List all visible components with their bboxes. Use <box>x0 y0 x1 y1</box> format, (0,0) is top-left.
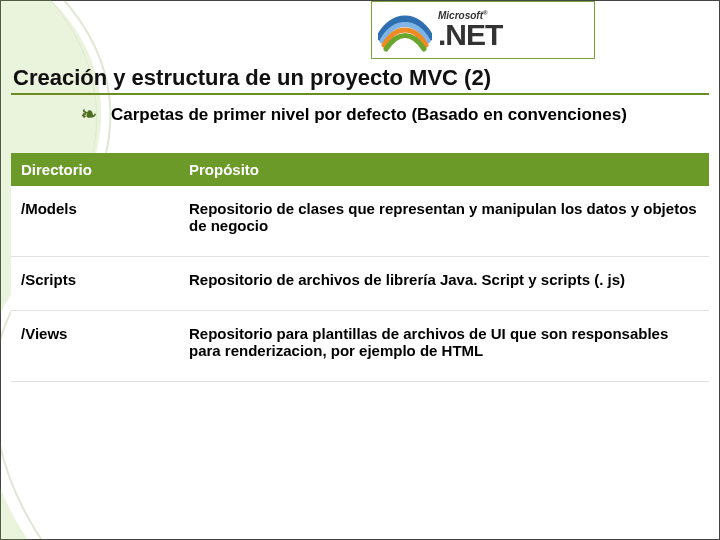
cell-purpose: Repositorio de clases que representan y … <box>179 186 709 257</box>
cell-directory: /Models <box>11 186 179 257</box>
table-row: /Models Repositorio de clases que repres… <box>11 186 709 257</box>
slide-title: Creación y estructura de un proyecto MVC… <box>13 65 491 91</box>
col-header-directory: Directorio <box>11 153 179 186</box>
dotnet-swoosh-icon <box>378 7 432 53</box>
leaf-bullet-icon: ☙ <box>81 104 97 124</box>
table-header-row: Directorio Propósito <box>11 153 709 186</box>
dotnet-logo-text: Microsoft® .NET <box>438 10 502 49</box>
slide: Microsoft® .NET Creación y estructura de… <box>0 0 720 540</box>
col-header-purpose: Propósito <box>179 153 709 186</box>
logo-reg: ® <box>483 10 487 16</box>
logo-product: .NET <box>438 20 502 50</box>
folders-table: Directorio Propósito /Models Repositorio… <box>11 153 709 382</box>
cell-purpose: Repositorio de archivos de librería Java… <box>179 257 709 311</box>
cell-directory: /Scripts <box>11 257 179 311</box>
title-underline <box>11 93 709 95</box>
cell-directory: /Views <box>11 311 179 382</box>
bullet-text: Carpetas de primer nivel por defecto (Ba… <box>111 105 627 126</box>
table-row: /Views Repositorio para plantillas de ar… <box>11 311 709 382</box>
bullet-item: ☙ Carpetas de primer nivel por defecto (… <box>81 105 641 126</box>
cell-purpose: Repositorio para plantillas de archivos … <box>179 311 709 382</box>
table-row: /Scripts Repositorio de archivos de libr… <box>11 257 709 311</box>
dotnet-logo: Microsoft® .NET <box>371 1 595 59</box>
